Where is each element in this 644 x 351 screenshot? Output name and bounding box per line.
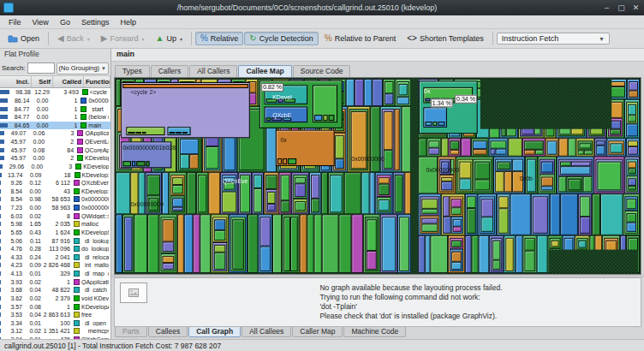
cell: 3.62 xyxy=(2,295,24,301)
table-row[interactable]: 3.570.081KDevelopApplication xyxy=(0,302,110,311)
up-button[interactable]: ▲ Up▾ xyxy=(151,32,188,45)
cost-bar xyxy=(0,90,9,94)
cell: 1.65 xyxy=(24,221,43,227)
function-name: _dl_relocate_object xyxy=(81,254,109,260)
table-row[interactable]: 3.620.022 379void KDevelop::Plug xyxy=(0,294,110,303)
function-color-swatch xyxy=(74,188,80,194)
search-input[interactable] xyxy=(27,62,55,74)
close-icon[interactable]: ✕ xyxy=(631,3,641,13)
table-row[interactable]: 3.680.0448 822_dl_catch_error xyxy=(0,286,110,294)
cell: 1 xyxy=(50,122,79,128)
bottom-tab-caller-map[interactable]: Caller Map xyxy=(292,327,343,337)
menu-view[interactable]: View xyxy=(27,18,54,27)
function-color-swatch xyxy=(80,106,86,112)
cell: 1 xyxy=(43,304,72,310)
cost-bar xyxy=(0,148,4,152)
open-button[interactable]: Open xyxy=(3,32,45,45)
menu-settings[interactable]: Settings xyxy=(76,18,115,27)
cell: 12.29 xyxy=(33,89,51,95)
relative-to-parent-toggle[interactable]: % Relative to Parent xyxy=(319,32,401,45)
maximize-icon[interactable]: ▢ xyxy=(617,3,626,13)
bottom-tab-parts[interactable]: Parts xyxy=(115,327,147,337)
cell: 58 653 xyxy=(43,196,72,202)
table-row[interactable]: 45.970.002KDevelopApplication xyxy=(0,154,110,163)
tab-source-code[interactable]: Source Code xyxy=(293,65,351,77)
cost-bar xyxy=(0,230,1,235)
table-row[interactable]: 4.330.242 041_dl_relocate_object xyxy=(0,253,110,262)
grouping-combo[interactable]: (No Grouping) ▼ xyxy=(57,62,109,74)
cost-bar xyxy=(0,321,1,325)
chevron-down-icon: ▾ xyxy=(87,36,90,42)
cost-bar xyxy=(0,131,4,135)
table-row[interactable]: 86.140.0010x0000000000001650 xyxy=(0,97,110,105)
cost-bar xyxy=(0,164,3,169)
table-row[interactable]: 3.120.021 351 421__memcpy_ssse3 xyxy=(0,327,110,336)
table-row[interactable]: 29.060.003KDevelop::CorePriva xyxy=(0,163,110,171)
column-header-called[interactable]: Called xyxy=(53,76,84,87)
event-type-combo[interactable]: Instruction Fetch ▼ xyxy=(497,33,610,45)
tab-types[interactable]: Types xyxy=(115,65,150,77)
table-row[interactable]: 45.970.0884QCoreApplication::pr xyxy=(0,146,110,154)
table-row[interactable]: 3.340.01100_dl_open_worker xyxy=(0,319,110,328)
back-button[interactable]: ◀ Back▾ xyxy=(52,32,95,45)
cycle-arrows-icon: ↻ xyxy=(249,34,256,43)
table-row[interactable]: 4.760.28113 096do_lookup_x xyxy=(0,245,110,253)
table-row[interactable]: 6.030.028QWidget::show xyxy=(0,211,110,220)
cycle-detection-toggle[interactable]: ↻ Cycle Detection xyxy=(244,32,318,45)
cell: 1 624 xyxy=(43,229,72,235)
minimize-icon[interactable]: – xyxy=(602,3,611,13)
menu-help[interactable]: Help xyxy=(115,18,141,27)
table-row[interactable]: 3.930.021QApplicationPrivate: xyxy=(0,277,110,286)
table-row[interactable]: 84.770.001(below main) xyxy=(0,113,110,122)
callee-treemap-canvas[interactable] xyxy=(115,78,641,274)
function-cell: QCoreApplication::pr xyxy=(75,147,110,153)
table-row[interactable]: 3.530.042 863 613free xyxy=(0,311,110,319)
table-row[interactable]: 7.230.0058 9630x00000000004a80 xyxy=(0,204,110,212)
table-row[interactable]: 84.650.001main xyxy=(0,122,110,130)
column-header-function[interactable]: Function xyxy=(84,76,110,87)
tab-all-callers[interactable]: All Callers xyxy=(189,65,237,77)
cell: 0.00 xyxy=(31,114,50,120)
table-row[interactable]: 45.970.002QEventLoop::exec xyxy=(0,138,110,146)
forward-button[interactable]: ▶ Forward▾ xyxy=(96,32,150,45)
tab-callee-map[interactable]: Callee Map xyxy=(238,65,291,77)
table-row[interactable]: 8.540.0043KDevelop::MainWind xyxy=(0,187,110,196)
table-row[interactable]: 98.3812.293 493<cycle 42> xyxy=(0,88,110,97)
table-row[interactable]: 5.981.652 035malloc xyxy=(0,220,110,229)
cell: 0.24 xyxy=(24,254,43,260)
relative-toggle[interactable]: % Relative xyxy=(195,32,243,45)
cell: 5.65 xyxy=(2,229,24,235)
function-name: free xyxy=(81,312,92,318)
bottom-tab-call-graph[interactable]: Call Graph xyxy=(188,327,241,337)
table-row[interactable]: 4.130.01329_dl_map_object_dep xyxy=(0,270,110,278)
bottom-tab-callees[interactable]: Callees xyxy=(148,327,188,337)
column-header-incl[interactable]: Incl. xyxy=(0,76,32,87)
table-row[interactable]: 5.650.431 624KDevelopSessions::s xyxy=(0,229,110,237)
table-row[interactable]: 13.740.0918KDevelop::PluginCon xyxy=(0,170,110,179)
cell: 3 493 xyxy=(51,89,80,95)
table-row[interactable]: 5.060.1187 916_dl_lookup_symbol_x xyxy=(0,236,110,245)
window-title: /home/sergubot/Documents/0C0/screenshots… xyxy=(17,3,597,12)
bottom-tab-all-callees[interactable]: All Callees xyxy=(242,327,291,337)
table-row[interactable]: 4.230.092 826 468_int_malloc xyxy=(0,261,110,270)
chevron-down-icon: ▼ xyxy=(101,66,106,71)
menu-go[interactable]: Go xyxy=(55,18,75,27)
table-row[interactable]: 9.260.126 112QXcbEventQueue::ev xyxy=(0,179,110,187)
table-row[interactable]: 8.540.9858 6530x00000000003120 xyxy=(0,195,110,204)
cost-bar xyxy=(0,173,2,177)
function-name: 0x00000000003120 xyxy=(81,196,109,202)
menu-file[interactable]: File xyxy=(3,18,27,27)
table-row[interactable]: 84.770.001_start xyxy=(0,104,110,113)
bottom-tabbar: PartsCalleesCall GraphAll CalleesCaller … xyxy=(111,327,644,339)
shorten-templates-toggle[interactable]: <> Shorten Templates xyxy=(402,32,489,45)
cell: 3.68 xyxy=(2,287,24,293)
function-name: 0x0000000000001650 xyxy=(88,98,109,104)
function-cell: 0x0000000000001650 xyxy=(79,98,110,104)
tab-callers[interactable]: Callers xyxy=(151,65,188,77)
function-name: QWidget::show xyxy=(81,213,109,219)
table-row[interactable]: 49.070.063QApplication::exec xyxy=(0,129,110,138)
dock-title: Flat Profile xyxy=(0,49,110,61)
bottom-tab-machine-code[interactable]: Machine Code xyxy=(343,327,406,337)
column-header-self[interactable]: Self xyxy=(32,76,53,87)
function-cell: main xyxy=(79,122,110,128)
